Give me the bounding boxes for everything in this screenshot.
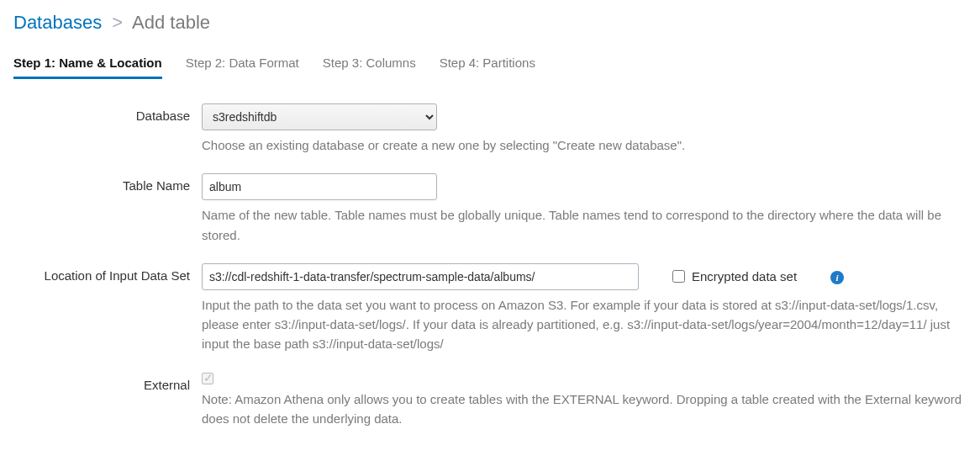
label-location: Location of Input Data Set <box>13 263 202 283</box>
table-name-input[interactable] <box>202 173 437 200</box>
tab-step4[interactable]: Step 4: Partitions <box>440 56 535 79</box>
label-external: External <box>13 373 202 392</box>
wizard-tabs: Step 1: Name & Location Step 2: Data For… <box>13 56 967 80</box>
info-icon[interactable]: i <box>830 271 844 284</box>
hint-external: Note: Amazon Athena only allows you to c… <box>202 389 967 429</box>
tab-step1[interactable]: Step 1: Name & Location <box>13 56 162 79</box>
database-select[interactable]: s3redshiftdb <box>202 103 437 130</box>
label-database: Database <box>13 103 202 123</box>
label-table-name: Table Name <box>13 173 202 193</box>
breadcrumb-current: Add table <box>132 12 210 33</box>
external-checkbox-wrap <box>202 373 967 384</box>
hint-database: Choose an existing database or create a … <box>202 135 967 155</box>
tab-step2[interactable]: Step 2: Data Format <box>186 56 299 79</box>
breadcrumb-root-link[interactable]: Databases <box>13 12 102 33</box>
chevron-right-icon: > <box>112 12 123 33</box>
location-input[interactable] <box>202 263 639 290</box>
hint-location: Input the path to the data set you want … <box>202 295 967 354</box>
tab-step3[interactable]: Step 3: Columns <box>323 56 416 79</box>
hint-table-name: Name of the new table. Table names must … <box>202 205 967 245</box>
external-checkbox <box>202 373 213 384</box>
breadcrumb: Databases > Add table <box>13 12 967 34</box>
encrypted-label: Encrypted data set <box>692 269 797 283</box>
encrypted-checkbox[interactable] <box>672 270 685 283</box>
encrypted-checkbox-wrap[interactable]: Encrypted data set <box>672 269 797 283</box>
